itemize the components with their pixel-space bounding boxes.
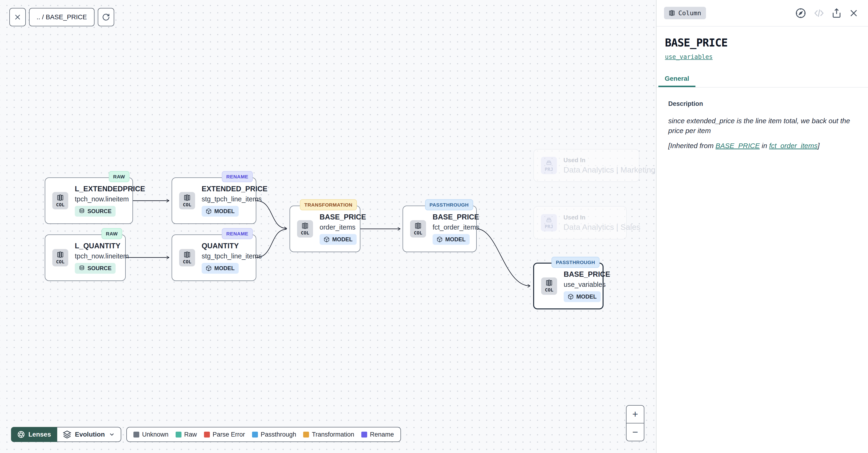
node-l-extendedprice[interactable]: RAW COL L_EXTENDEDPRICE tpch_now.lineite… [45,177,133,224]
chip-label: MODEL [576,293,597,300]
panel-body: BASE_PRICE use_variables General Descrip… [656,27,868,150]
node-base-price-order-items[interactable]: TRANSFORMATION COL BASE_PRICE order_item… [289,206,361,252]
node-subtitle: use_variables [564,281,595,288]
column-icon [184,194,191,201]
lens-select[interactable]: Evolution [57,427,121,442]
entity-type-chip: Column [664,7,706,19]
legend-swatch [252,432,258,437]
used-in-card-marketing[interactable]: PRJ Used In Data Analytics | Marketing [533,149,640,182]
kind-label: COL [56,259,64,264]
lens-selected-label: Evolution [75,431,105,438]
cube-icon [206,208,212,214]
node-subtitle: stg_tpch_line_items [202,195,249,203]
node-title: L_EXTENDEDPRICE [75,185,125,193]
code-icon [814,8,825,19]
edge-fctorderitems-usevariables [477,229,530,286]
column-kind-box: COL [541,278,557,295]
legend-item-passthrough: Passthrough [252,431,297,438]
kind-label: PRJ [545,224,553,229]
panel-tabs: General [656,75,868,88]
close-panel-button[interactable] [849,8,859,18]
model-chip: MODEL [564,291,601,302]
zoom-control: + − [626,405,644,441]
node-title: EXTENDED_PRICE [202,185,249,193]
layers-icon [63,430,71,439]
lenses-label: Lenses [28,431,51,438]
legend-item-unknown: Unknown [133,431,168,438]
close-icon [14,13,21,21]
project-icon [546,217,552,223]
column-kind-box: COL [52,192,68,209]
used-in-card-sales[interactable]: PRJ Used In Data Analytics | Sales [533,206,627,239]
panel-header: Column [656,0,868,27]
column-icon [546,279,553,286]
evolution-badge: PASSTHROUGH [425,199,473,210]
evolution-badge: RAW [109,171,130,182]
node-base-price-fct-order-items[interactable]: PASSTHROUGH COL BASE_PRICE fct_order_ite… [403,206,477,252]
node-l-quantity[interactable]: RAW COL L_QUANTITY tpch_now.lineitem SOU… [45,234,126,281]
breadcrumb[interactable]: .. / BASE_PRICE [29,8,94,26]
used-in-name: Data Analytics | Sales [563,223,640,232]
column-icon [414,222,422,229]
column-icon [302,222,309,229]
view-code-button[interactable] [814,8,825,19]
evolution-badge: RENAME [222,171,253,182]
model-chip: MODEL [319,234,356,245]
legend-label: Passthrough [261,431,297,438]
node-title: BASE_PRICE [564,270,595,279]
kind-label: COL [414,230,422,236]
source-chip: SOURCE [75,206,116,217]
node-quantity[interactable]: RENAME COL QUANTITY stg_tpch_line_items … [172,234,256,281]
column-kind-box: COL [410,220,426,237]
refresh-button[interactable] [98,8,114,26]
kind-label: COL [183,202,191,207]
legend-label: Unknown [142,431,168,438]
description-section: Description since extended_price is the … [665,100,860,150]
bottom-bar: Lenses Evolution Unknown Raw Parse Err [11,427,401,442]
column-kind-box: COL [52,249,68,266]
share-icon [831,8,842,18]
lenses-aperture-icon [17,430,25,438]
lineage-canvas[interactable]: RAW COL L_EXTENDEDPRICE tpch_now.lineite… [0,0,656,453]
inherited-mid: in [760,142,769,149]
node-subtitle: fct_order_items [433,223,469,231]
zoom-in-button[interactable]: + [626,405,644,423]
inherited-suffix: ] [817,142,819,149]
database-icon [79,208,85,214]
legend-swatch [303,432,309,437]
column-icon [57,251,64,258]
column-kind-box: COL [297,220,313,237]
cube-icon [568,294,574,300]
share-button[interactable] [831,8,842,18]
description-text: since extended_price is the line item to… [668,116,858,136]
model-link[interactable]: use_variables [665,53,713,60]
navigate-button[interactable] [795,7,807,19]
cube-icon [323,236,330,243]
edge-extendedprice-baseprice [256,201,286,228]
refresh-icon [102,13,110,21]
zoom-out-button[interactable]: − [626,423,644,441]
legend-item-parse-error: Parse Error [204,431,245,438]
inherited-model-link[interactable]: fct_order_items [769,142,817,149]
column-kind-box: COL [179,192,195,209]
chip-label: SOURCE [88,265,112,272]
inherited-column-link[interactable]: BASE_PRICE [716,142,760,149]
node-title: BASE_PRICE [319,213,353,221]
evolution-badge: RAW [101,228,122,239]
column-icon [184,251,191,258]
legend-item-transformation: Transformation [303,431,354,438]
tab-general[interactable]: General [658,75,695,87]
chip-label: MODEL [332,236,353,243]
node-base-price-use-variables[interactable]: PASSTHROUGH COL BASE_PRICE use_variables… [533,263,603,309]
lenses-button[interactable]: Lenses [11,427,57,442]
node-extended-price[interactable]: RENAME COL EXTENDED_PRICE stg_tpch_line_… [172,177,256,224]
legend-label: Rename [370,431,394,438]
legend-swatch [361,432,367,437]
kind-label: COL [301,230,309,236]
node-title: BASE_PRICE [433,213,469,221]
used-in-label: Used In [563,157,655,164]
legend-label: Transformation [312,431,354,438]
legend-swatch [133,432,139,437]
close-lineage-button[interactable] [9,8,26,26]
model-chip: MODEL [202,206,239,217]
